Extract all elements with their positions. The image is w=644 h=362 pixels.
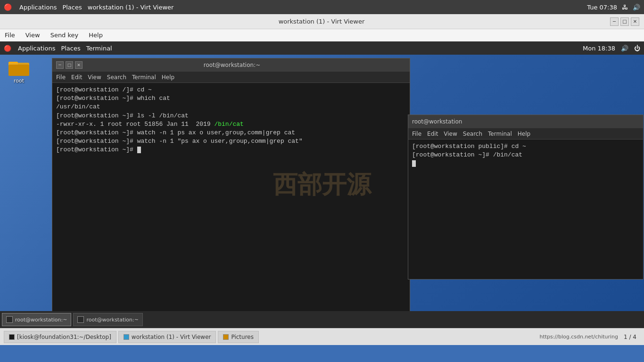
t1-menu-search[interactable]: Search [107, 74, 126, 81]
virt-taskbar-label: workstation (1) - Virt Viewer [132, 334, 211, 340]
terminal2-body[interactable]: [root@workstation public]# cd ~ [root@wo… [408, 140, 643, 279]
terminal1-restore[interactable]: □ [66, 61, 73, 69]
host-taskbar-item-kiosk[interactable]: [kiosk@foundation31:~/Desktop] [4, 331, 116, 343]
terminal1-line1: [root@workstation /]# cd ~ [root@worksta… [56, 86, 303, 153]
guest-logo: 🔴 [4, 45, 11, 52]
network-icon: 🖧 [622, 4, 628, 11]
terminal1-title: root@workstation:~ [83, 62, 381, 68]
terminal2-title-text: root@workstation [412, 118, 437, 125]
root-folder-icon[interactable]: root [4, 58, 34, 84]
terminal1-minimize[interactable]: ─ [56, 61, 64, 69]
term-icon-1 [6, 316, 13, 323]
redhat-logo: 🔴 [4, 3, 12, 11]
t2-menu-search[interactable]: Search [463, 131, 482, 137]
folder-svg [8, 58, 30, 77]
pictures-taskbar-icon [223, 334, 229, 340]
t2-menu-view[interactable]: View [444, 131, 457, 137]
term-icon-2 [77, 316, 84, 323]
host-taskbar-item-virt[interactable]: workstation (1) - Virt Viewer [118, 331, 216, 343]
system-apps-menu[interactable]: Applications [19, 4, 57, 11]
terminal1-controls: ─ □ ✕ [56, 61, 83, 69]
guest-places-menu[interactable]: Places [61, 45, 80, 52]
guest-taskbar-label-2: root@workstation:~ [86, 317, 138, 323]
menu-file[interactable]: File [3, 31, 17, 40]
guest-terminal-menu[interactable]: Terminal [86, 45, 112, 52]
terminal2-line1: [root@workstation public]# cd ~ [root@wo… [412, 143, 526, 167]
virt-viewer-controls: ─ □ ✕ [610, 17, 639, 26]
system-places-menu[interactable]: Places [62, 4, 82, 11]
t2-menu-edit[interactable]: Edit [427, 131, 438, 137]
guest-taskbar-label-1: root@workstation:~ [15, 317, 67, 323]
t1-menu-edit[interactable]: Edit [71, 74, 82, 81]
guest-taskbar-item-1[interactable]: root@workstation:~ [2, 313, 71, 326]
guest-top-bar: 🔴 Applications Places Terminal Mon 18:38… [0, 41, 644, 55]
counter-label: 1 / 4 [620, 334, 640, 340]
minimize-button[interactable]: ─ [610, 17, 619, 26]
kiosk-taskbar-label: [kiosk@foundation31:~/Desktop] [17, 334, 111, 340]
volume-icon: 🔊 [633, 4, 640, 11]
close-button[interactable]: ✕ [631, 17, 639, 26]
terminal2-menubar: File Edit View Search Terminal Help [408, 128, 643, 140]
pictures-taskbar-label: Pictures [231, 334, 254, 340]
guest-time: Mon 18:38 [583, 45, 615, 52]
guest-taskbar-item-2[interactable]: root@workstation:~ [73, 313, 142, 326]
terminal1-body[interactable]: [root@workstation /]# cd ~ [root@worksta… [52, 83, 410, 321]
menu-view[interactable]: View [24, 31, 42, 40]
guest-volume-icon: 🔊 [621, 45, 628, 52]
host-taskbar: [kiosk@foundation31:~/Desktop] workstati… [0, 328, 644, 345]
terminal-window-2: root@workstation File Edit View Search T… [408, 115, 644, 280]
url-label: https://blog.csdn.net/chituring [539, 334, 618, 340]
system-bar-right: Tue 07:38 🖧 🔊 [587, 4, 640, 11]
virt-viewer-window: workstation (1) - Virt Viewer ─ □ ✕ File… [0, 14, 644, 41]
svg-rect-3 [8, 65, 29, 76]
system-time: Tue 07:38 [587, 4, 617, 11]
guest-taskbar: root@workstation:~ root@workstation:~ [0, 311, 644, 328]
guest-apps-menu[interactable]: Applications [18, 45, 55, 52]
virt-viewer-menubar: File View Send key Help [0, 29, 644, 41]
t1-menu-help[interactable]: Help [162, 74, 174, 81]
guest-top-bar-left: 🔴 Applications Places Terminal [4, 45, 112, 52]
t1-menu-view[interactable]: View [88, 74, 101, 81]
terminal1-titlebar: ─ □ ✕ root@workstation:~ [52, 58, 410, 72]
t2-menu-terminal[interactable]: Terminal [488, 131, 512, 137]
virt-taskbar-icon [124, 334, 129, 340]
system-bar: 🔴 Applications Places workstation (1) - … [0, 0, 644, 14]
t1-menu-file[interactable]: File [56, 74, 66, 81]
system-window-title: workstation (1) - Virt Viewer [88, 4, 174, 11]
system-bar-left: 🔴 Applications Places workstation (1) - … [4, 3, 173, 11]
desktop-icons: root [4, 58, 34, 91]
t2-menu-file[interactable]: File [412, 131, 421, 137]
t2-menu-help[interactable]: Help [518, 131, 530, 137]
t1-menu-terminal[interactable]: Terminal [132, 74, 156, 81]
virt-viewer-title: workstation (1) - Virt Viewer [33, 18, 610, 25]
guest-top-bar-right: Mon 18:38 🔊 ⏻ [583, 45, 640, 52]
terminal-window-1: ─ □ ✕ root@workstation:~ File Edit View … [52, 58, 410, 322]
guest-power-icon: ⏻ [634, 45, 640, 52]
terminal1-close[interactable]: ✕ [75, 61, 83, 69]
menu-send-key[interactable]: Send key [49, 31, 81, 40]
terminal1-menubar: File Edit View Search Terminal Help [52, 72, 410, 83]
desktop-icon-label: root [14, 78, 24, 84]
kiosk-term-icon [9, 334, 15, 340]
host-taskbar-item-pictures[interactable]: Pictures [218, 331, 259, 343]
guest-desktop: 🔴 Applications Places Terminal Mon 18:38… [0, 41, 644, 328]
virt-viewer-titlebar: workstation (1) - Virt Viewer ─ □ ✕ [0, 14, 644, 29]
menu-help[interactable]: Help [87, 31, 105, 40]
restore-button[interactable]: □ [620, 17, 629, 26]
terminal2-titlebar: root@workstation [408, 115, 643, 128]
